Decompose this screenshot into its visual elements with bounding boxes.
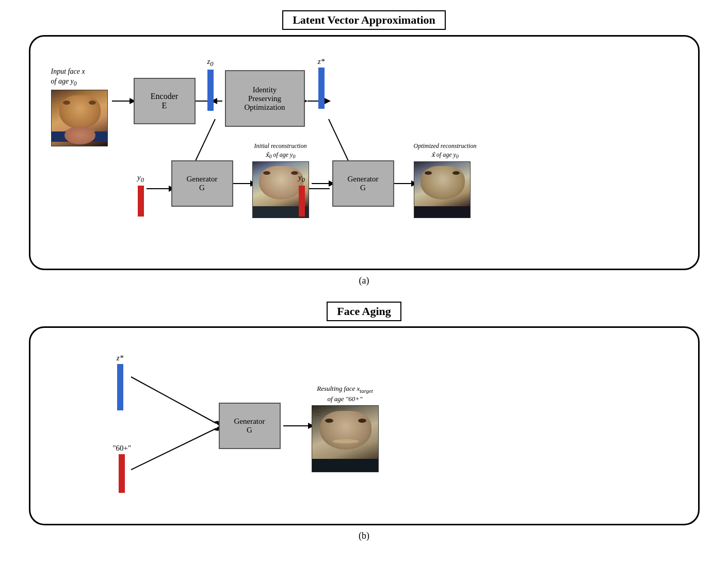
diagram-b-box: z* "60+" GeneratorG Resulting face xtarg… bbox=[29, 326, 700, 525]
svg-line-12 bbox=[329, 119, 349, 163]
y0-1-bar bbox=[138, 186, 144, 217]
idpo-label: IdentityPreservingOptimization bbox=[244, 86, 285, 112]
optimized-recon-label: Optimized reconstruction bbox=[414, 142, 477, 150]
generator2-label: GeneratorG bbox=[348, 175, 379, 192]
y0-2-bar bbox=[299, 186, 305, 217]
result-face-block: Resulting face xtarget of age "60+" bbox=[312, 385, 379, 472]
diagram-b-title-box: Face Aging bbox=[29, 302, 700, 321]
z0-label: z0 bbox=[207, 57, 213, 68]
generator1-label: GeneratorG bbox=[187, 175, 218, 192]
generator2-box: GeneratorG bbox=[332, 160, 394, 207]
generatorb-label: GeneratorG bbox=[234, 417, 265, 435]
zstar-b-block: z* bbox=[113, 354, 127, 410]
diagram-a-content: Input face x of age y0 EncoderE bbox=[51, 52, 677, 253]
age60-block: "60+" bbox=[113, 444, 132, 493]
zstar-a-block: z* bbox=[314, 57, 329, 109]
input-face-label: Input face x bbox=[51, 68, 108, 76]
encoder-label: EncoderE bbox=[151, 92, 178, 110]
diagram-b-title: Face Aging bbox=[327, 302, 401, 321]
diagram-a-section: Latent Vector Approximation bbox=[29, 10, 700, 286]
result-face-label: Resulting face xtarget bbox=[312, 385, 379, 394]
age60-label: "60+" bbox=[113, 444, 132, 453]
z0-block: z0 bbox=[203, 57, 218, 111]
diagram-a-title-box: Latent Vector Approximation bbox=[29, 10, 700, 30]
zstar-a-bar bbox=[318, 68, 325, 109]
diagram-b-caption: (b) bbox=[29, 531, 700, 541]
zstar-b-bar bbox=[117, 364, 123, 410]
face2-image bbox=[414, 161, 471, 218]
generatorb-box: GeneratorG bbox=[219, 403, 281, 449]
result-face-image bbox=[312, 405, 379, 472]
zstar-a-label: z* bbox=[318, 57, 325, 66]
y0-2-label: y0 bbox=[298, 173, 305, 184]
initial-recon-sub: x̄0 of age y0 bbox=[252, 151, 309, 159]
svg-line-25 bbox=[131, 428, 216, 470]
svg-line-23 bbox=[131, 377, 216, 423]
y0-2-block: y0 bbox=[295, 173, 309, 217]
y0-1-label: y0 bbox=[137, 173, 144, 184]
svg-line-10 bbox=[195, 119, 215, 163]
diagram-b-content: z* "60+" GeneratorG Resulting face xtarg… bbox=[51, 343, 677, 508]
encoder-box: EncoderE bbox=[134, 78, 196, 124]
diagram-a-title: Latent Vector Approximation bbox=[282, 10, 446, 30]
idpo-box: IdentityPreservingOptimization bbox=[225, 70, 305, 127]
diagram-a-caption: (a) bbox=[29, 275, 700, 286]
face2-block: Optimized reconstruction x̄ of age y0 bbox=[414, 142, 477, 218]
diagram-a-box: Input face x of age y0 EncoderE bbox=[29, 35, 700, 270]
y0-1-block: y0 bbox=[134, 173, 148, 217]
input-face-block: Input face x of age y0 bbox=[51, 68, 108, 146]
z0-bar bbox=[207, 70, 214, 111]
diagram-b-section: Face Aging z* "60+" bbox=[29, 302, 700, 541]
input-face-image bbox=[51, 90, 108, 146]
age60-bar bbox=[119, 454, 125, 493]
input-face-sublabel: of age y0 bbox=[51, 77, 108, 87]
generator1-box: GeneratorG bbox=[171, 160, 233, 207]
result-face-sub: of age "60+" bbox=[312, 395, 379, 403]
zstar-b-label: z* bbox=[117, 354, 123, 362]
optimized-recon-sub: x̄ of age y0 bbox=[414, 151, 477, 159]
initial-recon-label: Initial reconstruction bbox=[252, 142, 309, 150]
